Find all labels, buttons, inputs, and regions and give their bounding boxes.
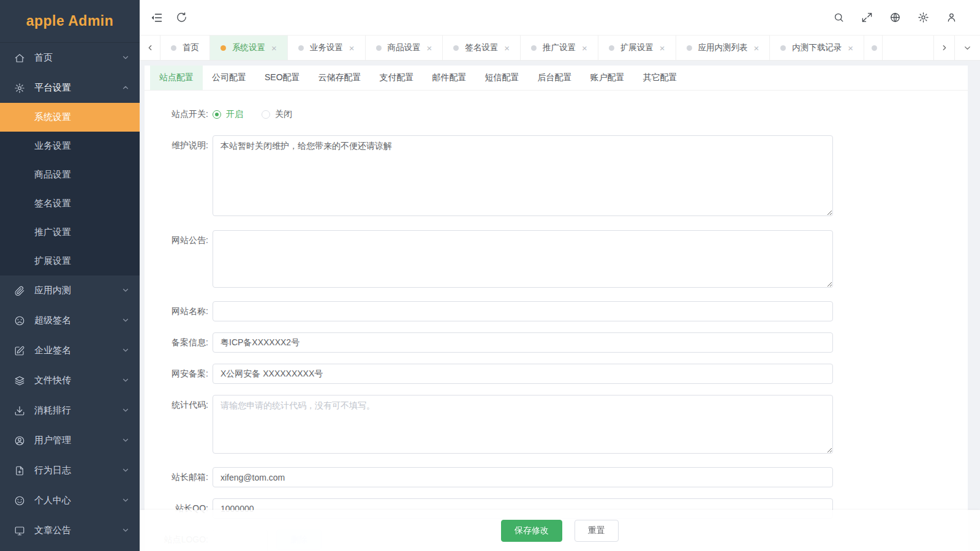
radio-label: 开启 <box>226 109 243 120</box>
form-row-site-name: 网站名称: <box>145 301 968 321</box>
submenu-item-signature-settings[interactable]: 签名设置 <box>0 189 140 218</box>
field-label: 统计代码: <box>145 395 208 456</box>
tab-promotion-settings[interactable]: 推广设置 × <box>521 36 598 60</box>
sidebar-item-app-beta[interactable]: 应用内测 <box>0 276 140 305</box>
paperclip-icon <box>13 285 26 297</box>
sidebar-item-behavior-log[interactable]: 行为日志 <box>0 455 140 485</box>
submenu-item-product-settings[interactable]: 商品设置 <box>0 160 140 189</box>
tab-system-settings[interactable]: 系统设置 × <box>210 36 288 60</box>
tab-product-settings[interactable]: 商品设置 × <box>366 36 443 60</box>
menu-fold-icon[interactable] <box>145 6 169 30</box>
subtab-other-config[interactable]: 其它配置 <box>634 66 687 90</box>
tab-label: 系统设置 <box>232 42 265 53</box>
chevron-down-icon <box>121 406 131 416</box>
tab-dot <box>531 45 537 51</box>
submenu-item-business-settings[interactable]: 业务设置 <box>0 132 140 160</box>
header-actions <box>824 6 980 30</box>
field-label: 站点开关: <box>145 104 208 124</box>
stats-field-wrap <box>213 395 833 456</box>
maintenance-textarea[interactable]: 本站暂时关闭维护，给您带来的不便还请谅解 <box>213 135 833 216</box>
radio-site-on[interactable]: 开启 <box>213 109 243 120</box>
close-icon[interactable]: × <box>427 43 432 53</box>
field-label: 备案信息: <box>145 332 208 353</box>
close-icon[interactable]: × <box>660 43 665 53</box>
chevron-down-icon <box>121 436 131 446</box>
submenu-item-system-settings[interactable]: 系统设置 <box>0 103 140 132</box>
icp-input[interactable] <box>213 332 833 353</box>
police-record-input[interactable] <box>213 364 833 384</box>
chevron-right-icon[interactable] <box>933 36 954 60</box>
save-button[interactable]: 保存修改 <box>501 520 562 542</box>
page-scrollbar-gutter[interactable] <box>968 61 980 551</box>
frown-icon <box>13 315 26 327</box>
radio-circle-icon <box>262 110 270 119</box>
chevron-down-icon <box>121 316 131 326</box>
chevron-down-icon <box>121 346 131 356</box>
user-circle-icon <box>13 435 26 447</box>
sidebar-item-label: 用户管理 <box>34 435 121 446</box>
subtab-sms-config[interactable]: 短信配置 <box>476 66 529 90</box>
smiley-icon <box>13 495 26 507</box>
tab-signature-settings[interactable]: 签名设置 × <box>443 36 521 60</box>
refresh-icon[interactable] <box>169 6 194 30</box>
tab-label: 签名设置 <box>465 42 498 53</box>
radio-site-off[interactable]: 关闭 <box>262 109 292 120</box>
site-switch-field: 开启 关闭 <box>213 104 833 124</box>
form-row-site-switch: 站点开关: 开启 关闭 <box>145 104 968 124</box>
submenu-item-extension-settings[interactable]: 扩展设置 <box>0 247 140 276</box>
site-name-input[interactable] <box>213 301 833 321</box>
sidebar-item-platform-settings[interactable]: 平台设置 <box>0 73 140 103</box>
sidebar-item-consumption-ranking[interactable]: 消耗排行 <box>0 395 140 425</box>
sidebar-item-super-signature[interactable]: 超级签名 <box>0 305 140 335</box>
sidebar-item-user-management[interactable]: 用户管理 <box>0 425 140 455</box>
tab-label: 首页 <box>183 42 199 53</box>
subtab-site-config[interactable]: 站点配置 <box>150 66 203 90</box>
close-icon[interactable]: × <box>582 43 587 53</box>
home-icon <box>13 52 26 64</box>
tab-partial[interactable] <box>864 36 883 60</box>
settings-gear-icon[interactable] <box>909 6 937 30</box>
globe-icon[interactable] <box>881 6 909 30</box>
site-config-form: 站点开关: 开启 关闭 维护说明: 本站暂时关闭维护，给您带来的不便还请谅解 网… <box>145 91 968 551</box>
sidebar-item-enterprise-signature[interactable]: 企业签名 <box>0 335 140 365</box>
subtab-company-config[interactable]: 公司配置 <box>203 66 255 90</box>
tab-home[interactable]: 首页 <box>160 36 210 60</box>
form-row-stats-code: 统计代码: <box>145 395 968 456</box>
close-icon[interactable]: × <box>504 43 510 53</box>
subtab-cloud-storage-config[interactable]: 云储存配置 <box>309 66 371 90</box>
sidebar-item-personal-center[interactable]: 个人中心 <box>0 485 140 515</box>
chevron-left-icon[interactable] <box>140 36 160 60</box>
tab-beta-download-records[interactable]: 内测下载记录 × <box>770 36 864 60</box>
submenu-item-promotion-settings[interactable]: 推广设置 <box>0 218 140 247</box>
close-icon[interactable]: × <box>271 43 277 53</box>
sidebar-item-article-announcement[interactable]: 文章公告 <box>0 515 140 545</box>
close-icon[interactable]: × <box>349 43 355 53</box>
subtab-backend-config[interactable]: 后台配置 <box>529 66 581 90</box>
tab-dot <box>609 45 614 51</box>
chevron-down-icon[interactable] <box>954 36 980 60</box>
stats-code-textarea[interactable] <box>213 395 833 454</box>
fullscreen-icon[interactable] <box>853 6 881 30</box>
tab-business-settings[interactable]: 业务设置 × <box>288 36 366 60</box>
sidebar-item-label: 超级签名 <box>34 315 121 326</box>
close-icon[interactable]: × <box>848 43 853 53</box>
tab-app-beta-list[interactable]: 应用内测列表 × <box>676 36 771 60</box>
subtab-mail-config[interactable]: 邮件配置 <box>423 66 476 90</box>
subtab-payment-config[interactable]: 支付配置 <box>371 66 423 90</box>
search-icon[interactable] <box>824 6 853 30</box>
tab-dot <box>171 45 176 51</box>
sidebar-item-file-transfer[interactable]: 文件快传 <box>0 365 140 395</box>
field-label: 站长邮箱: <box>145 467 208 487</box>
sidebar-item-home[interactable]: 首页 <box>0 43 140 73</box>
edit-icon <box>13 345 26 357</box>
reset-button[interactable]: 重置 <box>575 520 619 542</box>
subtab-account-config[interactable]: 账户配置 <box>581 66 634 90</box>
download-icon <box>13 405 26 417</box>
close-icon[interactable]: × <box>754 43 760 53</box>
announcement-textarea[interactable] <box>213 230 833 288</box>
tab-dot <box>872 45 877 51</box>
tab-extension-settings[interactable]: 扩展设置 × <box>598 36 676 60</box>
webmaster-email-input[interactable] <box>213 467 833 487</box>
user-icon[interactable] <box>937 6 965 30</box>
subtab-seo-config[interactable]: SEO配置 <box>255 66 309 90</box>
